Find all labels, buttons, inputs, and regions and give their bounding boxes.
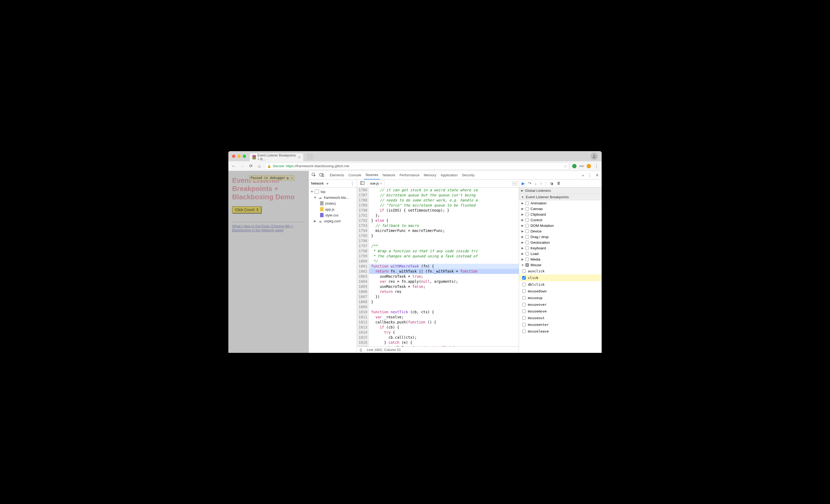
elb-category-load[interactable]: ▶Load: [519, 251, 602, 256]
elb-category-animation[interactable]: ▶Animation: [519, 200, 602, 206]
forward-button[interactable]: →: [240, 164, 245, 168]
elb-category-keyboard[interactable]: ▶Keyboard: [519, 245, 602, 251]
close-window[interactable]: [232, 155, 235, 158]
divider: [232, 222, 305, 222]
devtools-tab-security[interactable]: Security: [460, 171, 476, 180]
address-bar: ← → ⟳ ⌂ 🔒 Secure https://framework-black…: [228, 161, 602, 171]
whats-new-link[interactable]: What's New In DevTools (Chrome 66) > Bla…: [232, 224, 293, 232]
elb-category-geolocation[interactable]: ▶Geolocation: [519, 240, 602, 245]
navigator-menu-icon[interactable]: ⋮: [350, 181, 355, 186]
devtools-tab-elements[interactable]: Elements: [328, 171, 346, 180]
paused-in-debugger-banner: Paused in debugger ▶ ↷: [249, 175, 294, 181]
devtools-tab-sources[interactable]: Sources: [364, 171, 380, 180]
elb-category-control[interactable]: ▶Control: [519, 217, 602, 223]
page-viewport: Event Listener Breakpoints + Blackboxing…: [228, 171, 309, 353]
elb-event-mousedown[interactable]: mousedown: [519, 288, 602, 294]
inspect-element-icon[interactable]: [312, 172, 316, 178]
new-tab-button[interactable]: [307, 154, 313, 160]
devtools: ElementsConsoleSourcesNetworkPerformance…: [309, 171, 602, 353]
browser-window: Event Listener Breakpoints + B… × ← → ⟳ …: [228, 151, 602, 353]
close-editor-tab-icon[interactable]: ×: [380, 182, 382, 185]
minimize-window[interactable]: [237, 155, 241, 158]
devtools-menu-icon[interactable]: ⋮: [588, 173, 592, 178]
profile-button[interactable]: [590, 153, 598, 160]
code-text[interactable]: // it can get stuck in a weird state whe…: [369, 188, 519, 346]
navigator-header: Network » ⋮: [309, 180, 357, 187]
elb-category-mouse[interactable]: ▼Mouse: [519, 262, 602, 268]
omnibox[interactable]: 🔒 Secure https://framework-blackboxing.g…: [265, 163, 569, 169]
tree-file[interactable]: style.css: [309, 212, 357, 218]
browser-tab[interactable]: Event Listener Breakpoints + B… ×: [250, 153, 303, 161]
tree-domain[interactable]: ▼☁framework-bla…: [309, 194, 357, 200]
svg-rect-4: [360, 181, 364, 184]
zoom-window[interactable]: [243, 155, 246, 158]
navigator-tab[interactable]: Network: [311, 181, 324, 185]
step-out-button[interactable]: ↑: [540, 181, 542, 186]
elb-event-mouseleave[interactable]: mouseleave: [519, 328, 602, 335]
more-tabs-icon[interactable]: »: [582, 173, 584, 177]
devtools-tab-memory[interactable]: Memory: [422, 171, 438, 180]
editor-tabs: vue.js × ▷|: [357, 180, 519, 187]
elb-category-drag-drop[interactable]: ▶Drag / drop: [519, 234, 602, 240]
extension-icons: ⋮: [572, 163, 599, 168]
elb-event-auxclick[interactable]: auxclick: [519, 268, 602, 275]
devtools-tab-performance[interactable]: Performance: [398, 171, 421, 180]
elb-category-clipboard[interactable]: ▶Clipboard: [519, 212, 602, 217]
devtools-tabs: ElementsConsoleSourcesNetworkPerformance…: [309, 171, 602, 180]
devtools-tab-network[interactable]: Network: [381, 171, 397, 180]
window-controls: [232, 155, 246, 158]
step-over-button[interactable]: ↷: [528, 181, 532, 186]
url: https://framework-blackboxing.glitch.me: [286, 164, 349, 168]
tree-file[interactable]: (index): [309, 200, 357, 206]
pause-on-exceptions-icon[interactable]: ⏸: [556, 181, 561, 186]
step-over-icon[interactable]: ↷: [291, 176, 293, 180]
tab-title: Event Listener Breakpoints + B…: [257, 154, 296, 161]
editor-tab-label: vue.js: [370, 182, 379, 185]
svg-rect-3: [322, 174, 324, 177]
elb-event-click[interactable]: click: [519, 275, 602, 281]
tree-top-frame[interactable]: ▼top: [309, 189, 357, 194]
home-button[interactable]: ⌂: [257, 164, 262, 168]
lock-icon: 🔒: [267, 164, 271, 168]
devtools-subheader: Network » ⋮ vue.js × ▷| ▶ ↷: [309, 180, 602, 188]
reload-button[interactable]: ⟳: [248, 163, 254, 168]
pretty-print-icon[interactable]: {}: [360, 348, 362, 352]
close-devtools-icon[interactable]: ✕: [596, 173, 599, 178]
file-tree: ▼top ▼☁framework-bla… (index)app.jsstyle…: [309, 188, 357, 353]
section-global-listeners[interactable]: ▶Global Listeners: [519, 188, 602, 194]
extension-1-icon[interactable]: [572, 164, 576, 168]
tree-file[interactable]: app.js: [309, 206, 357, 212]
navigator-more-icon[interactable]: »: [326, 181, 328, 185]
extension-3-icon[interactable]: [587, 164, 591, 168]
elb-event-mouseenter[interactable]: mouseenter: [519, 321, 602, 328]
browser-menu-icon[interactable]: ⋮: [594, 163, 599, 168]
paused-label: Paused in debugger: [251, 176, 285, 180]
elb-event-mousemove[interactable]: mousemove: [519, 308, 602, 315]
show-navigator-icon[interactable]: [359, 181, 366, 186]
elb-category-canvas[interactable]: ▶Canvas: [519, 206, 602, 212]
step-into-button[interactable]: ↓: [535, 181, 537, 186]
resume-icon[interactable]: ▶: [287, 176, 289, 180]
devtools-tab-console[interactable]: Console: [347, 171, 363, 180]
elb-category-dom-mutation[interactable]: ▶DOM Mutation: [519, 223, 602, 228]
elb-event-mouseover[interactable]: mouseover: [519, 301, 602, 308]
section-event-listener-breakpoints[interactable]: ▼Event Listener Breakpoints: [519, 194, 602, 200]
elb-category-media[interactable]: ▶Media: [519, 256, 602, 262]
elb-event-dblclick[interactable]: dblclick: [519, 281, 602, 288]
devtools-tab-application[interactable]: Application: [439, 171, 459, 180]
tree-ext-domain[interactable]: ▶☁unpkg.com: [309, 218, 357, 224]
resume-button[interactable]: ▶: [522, 181, 525, 186]
elb-event-mouseup[interactable]: mouseup: [519, 294, 602, 301]
click-count-button[interactable]: Click Count: 3: [232, 206, 261, 213]
editor-tab-vuejs[interactable]: vue.js ×: [368, 180, 385, 186]
elb-category-device[interactable]: ▶Device: [519, 228, 602, 234]
bookmark-icon[interactable]: ☆: [564, 164, 567, 168]
run-snippet-icon[interactable]: ▷|: [512, 181, 517, 186]
device-toolbar-icon[interactable]: [320, 172, 324, 178]
back-button[interactable]: ←: [231, 164, 236, 168]
deactivate-breakpoints-icon[interactable]: ⁞◗: [550, 181, 553, 186]
close-tab-icon[interactable]: ×: [298, 155, 300, 159]
extension-2-icon[interactable]: [579, 165, 584, 167]
elb-event-mouseout[interactable]: mouseout: [519, 315, 602, 321]
debugger-sidebar: ▶Global Listeners ▼Event Listener Breakp…: [519, 188, 602, 353]
